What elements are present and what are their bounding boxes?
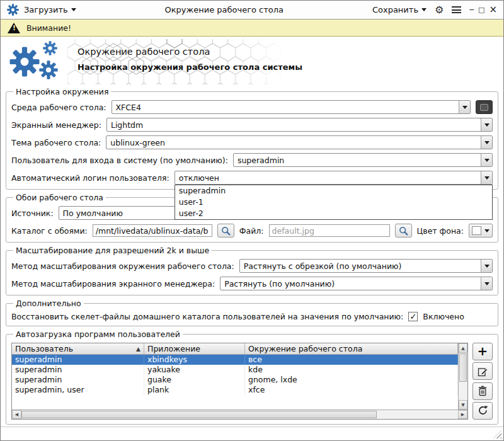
wallpaper-file-label: Файл: [239,226,264,236]
app-logo [9,39,69,84]
file-browse-button[interactable] [395,224,412,238]
add-button[interactable]: + [472,343,493,360]
combo-dropdown-button[interactable] [481,171,492,184]
scroll-down-button[interactable]: ▼ [459,400,467,410]
column-header-env[interactable]: Окружение рабочего стола [245,343,458,354]
desktop-scaling-combobox[interactable]: Растянуть с обрезкой (по умолчанию) [239,259,493,273]
dm-scaling-label: Метод масштабирования экранного менеджер… [11,279,215,289]
check-icon: ✓ [410,312,416,321]
cell-user: superadmin [12,375,144,385]
table-row[interactable]: superadmin xbindkeys все [12,355,458,365]
scroll-left-button[interactable]: ◀ [12,410,21,419]
delete-button[interactable] [472,382,493,400]
horizontal-scrollbar[interactable]: ◀ ▶ [12,410,467,419]
vertical-scroll-track[interactable] [459,382,467,400]
refresh-button[interactable] [472,402,493,420]
resize-grip[interactable] [493,430,501,438]
desktop-environment-combobox[interactable]: XFCE4 [112,100,471,114]
autologin-value: отключен [179,173,219,183]
caret-down-icon [421,8,427,11]
background-color-button[interactable] [469,224,493,238]
scaling-legend: Масштабирование для разрешений 2k и выше [13,246,212,255]
dm-scaling-value: Растянуть (по умолчанию) [224,279,335,289]
logo-gear-small-icon [43,41,57,55]
table-empty-area [12,395,458,410]
settings-gear-button[interactable]: ⚙ [435,5,444,15]
combo-dropdown-button[interactable] [481,118,492,131]
skel-checkbox[interactable]: ✓ [408,312,418,321]
wallpaper-directory-input[interactable] [93,224,212,237]
scroll-right-button[interactable]: ▶ [458,410,467,419]
table-row[interactable]: superadmin yakuake kde [12,365,458,375]
edit-button[interactable] [472,362,493,380]
additional-section: Дополнительно Восстановить скелет-файлы … [6,299,498,326]
cell-env: gnome, lxde [245,375,458,385]
column-header-user[interactable]: Пользователь ▲ [12,343,144,354]
scroll-up-button[interactable]: ▲ [459,343,467,353]
combo-dropdown-button[interactable] [459,101,470,113]
autostart-legend: Автозагрузка программ пользователей [13,329,183,339]
color-swatch [472,226,481,235]
cell-app: plank [144,385,245,395]
column-header-label: Окружение рабочего стола [248,344,362,353]
warning-bar: ! Внимание! [1,20,503,37]
combo-dropdown-button[interactable] [481,136,492,149]
warning-icon: ! [8,23,20,33]
dm-scaling-combobox[interactable]: Растянуть (по умолчанию) [220,277,493,290]
horizontal-scroll-track[interactable] [377,410,458,419]
maximize-button[interactable]: □ [478,6,484,13]
desktop-scaling-label: Метод масштабирования окружения рабочего… [11,261,234,271]
desktop-theme-combobox[interactable]: ublinux-green [106,135,493,149]
vertical-scroll-thumb[interactable] [459,353,467,382]
autologin-combobox[interactable]: отключен superadmin user-1 user-2 [175,171,493,185]
minimize-button[interactable]: ─ [469,6,474,13]
table-header-row: Пользователь ▲ Приложение Окружение рабо… [12,343,458,355]
statusbar [1,427,503,440]
save-menu-button[interactable]: Сохранить [372,5,427,14]
skel-checkbox-label: Включено [423,312,464,321]
column-header-label: Пользователь [15,344,73,353]
app-gear-icon [7,4,19,16]
cell-app: guake [144,375,245,385]
combo-dropdown-button[interactable] [481,277,492,290]
plus-icon: + [478,345,488,357]
dropdown-option[interactable]: superadmin [175,185,492,197]
vertical-scrollbar[interactable]: ▲ ▼ [458,343,467,410]
combo-dropdown-button[interactable] [481,260,492,272]
chevron-down-icon [484,141,490,144]
load-menu-label: Загрузить [24,5,68,14]
search-icon [221,226,231,236]
desktop-theme-label: Тема рабочего стола: [11,138,101,147]
display-manager-combobox[interactable]: Lightdm [106,118,493,132]
page-subtitle: Настройка окружения рабочего стола систе… [77,62,302,72]
close-button[interactable]: × [489,5,497,14]
environment-settings-section: Настройка окружения Среда рабочего стола… [6,87,498,190]
package-icon [480,104,488,111]
desktop-environment-value: XFCE4 [116,103,141,112]
column-header-app[interactable]: Приложение [144,343,245,354]
wallpaper-file-input[interactable] [269,224,390,237]
desktop-environment-package-button[interactable] [476,100,493,114]
desktop-environment-label: Среда рабочего стола: [11,103,106,112]
cell-env: kde [245,365,458,375]
edit-pencil-icon [478,366,488,377]
horizontal-scroll-thumb[interactable] [21,411,377,418]
wallpaper-legend: Обои рабочего стола [13,193,106,202]
chevron-down-icon [462,106,467,109]
combo-dropdown-button[interactable] [481,154,492,166]
load-menu-button[interactable]: Загрузить [24,5,76,14]
cell-user: superadmin [12,355,144,365]
dropdown-option[interactable]: user-1 [175,197,492,208]
cell-app: yakuake [144,365,245,375]
autologin-dropdown-list: superadmin user-1 user-2 [175,185,493,220]
directory-browse-button[interactable] [217,224,234,238]
autostart-section: Автозагрузка программ пользователей Поль… [6,329,498,425]
chevron-down-icon [484,265,490,268]
hamburger-menu-button[interactable] [452,6,461,13]
dropdown-option[interactable]: user-2 [175,208,492,219]
chevron-down-icon [484,123,490,127]
wallpaper-source-value: По умолчанию [63,209,123,218]
table-row[interactable]: superadmin guake gnome, lxde [12,375,458,385]
default-user-combobox[interactable]: superadmin [233,153,493,167]
table-row[interactable]: superadmin, user plank xfce [12,385,458,395]
